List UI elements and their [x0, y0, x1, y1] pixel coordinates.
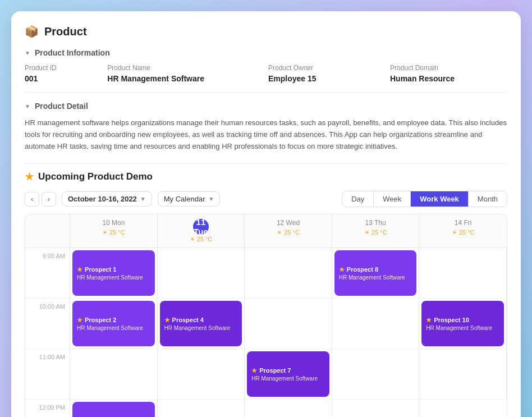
cell-tue-11am: [158, 349, 245, 400]
time-label-11am: 11:00 AM: [25, 349, 70, 400]
event-prospect-10[interactable]: ★ Prospect 10 HR Management Software: [421, 301, 504, 346]
event-prospect-8[interactable]: ★ Prospect 8 HR Management Software: [334, 250, 417, 296]
tab-month[interactable]: Month: [469, 191, 507, 207]
cell-thu-9am: ★ Prospect 8 HR Management Software: [332, 248, 420, 299]
product-name-cell: Product Name HR Management Software: [107, 64, 264, 83]
time-label-10am: 10:00 AM: [25, 299, 70, 349]
product-domain-cell: Product Domain Human Resource: [390, 64, 507, 83]
day-header-4: 14 Fri ☀ 25 °C: [419, 214, 507, 248]
cell-wed-11am: ★ Prospect 7 HR Management Software: [245, 349, 332, 400]
event-prospect-1[interactable]: ★ Prospect 1 HR Management Software: [72, 250, 155, 296]
cell-mon-11am: [70, 349, 158, 400]
day-header-0: 10 Mon ☀ 25 °C: [70, 214, 158, 248]
cell-thu-12pm: [332, 400, 420, 417]
upcoming-section-title: ★ Upcoming Product Demo: [25, 171, 507, 183]
star-icon: ★: [25, 171, 34, 183]
tab-week[interactable]: Week: [374, 191, 411, 207]
tab-day[interactable]: Day: [342, 191, 374, 207]
cal-dropdown-arrow: ▼: [208, 196, 214, 202]
chevron-icon: ▼: [25, 50, 30, 56]
event-prospect-3[interactable]: ★ Prospect 3 HR Management Software: [72, 402, 155, 417]
calendar-header-row: 10 Mon ☀ 25 °C 11 Tue ☀ 25 °C 12 Wed ☀ 2…: [25, 214, 507, 248]
view-tabs: Day Week Work Week Month: [342, 191, 507, 207]
calendar-selector[interactable]: My Calendar ▼: [158, 191, 221, 207]
cell-wed-10am: [245, 299, 332, 349]
divider: [25, 163, 507, 164]
event-prospect-7[interactable]: ★ Prospect 7 HR Management Software: [247, 351, 329, 397]
event-prospect-4[interactable]: ★ Prospect 4 HR Management Software: [160, 301, 242, 346]
cell-fri-12pm: [419, 400, 507, 417]
calendar-grid: 10 Mon ☀ 25 °C 11 Tue ☀ 25 °C 12 Wed ☀ 2…: [25, 214, 507, 417]
cell-fri-10am: ★ Prospect 10 HR Management Software: [419, 299, 507, 349]
prev-btn[interactable]: ‹: [25, 192, 39, 207]
cell-wed-9am: [245, 248, 332, 299]
cell-mon-10am: ★ Prospect 2 HR Management Software: [70, 299, 158, 349]
day-header-1: 11 Tue ☀ 25 °C: [158, 214, 245, 248]
time-header: [25, 214, 70, 248]
main-card: 📦 Product ▼ Product Information Product …: [11, 11, 521, 417]
cell-thu-10am: [332, 299, 420, 349]
day-header-3: 13 Thu ☀ 25 °C: [332, 214, 420, 248]
time-label-12pm: 12:00 PM: [25, 400, 70, 417]
nav-arrows: ‹ ›: [25, 192, 56, 207]
tab-workweek[interactable]: Work Week: [411, 191, 469, 207]
cell-mon-9am: ★ Prospect 1 HR Management Software: [70, 248, 158, 299]
day-header-2: 12 Wed ☀ 25 °C: [245, 214, 332, 248]
product-owner-cell: Product Owner Employee 15: [268, 64, 386, 83]
time-label-9am: 9:00 AM: [25, 248, 70, 299]
chevron-icon-2: ▼: [25, 103, 30, 109]
event-prospect-2[interactable]: ★ Prospect 2 HR Management Software: [72, 301, 155, 346]
page-title: 📦 Product: [25, 25, 507, 38]
calendar-body: 9:00 AM ★ Prospect 1 HR Management Softw…: [25, 248, 507, 417]
product-info-section-header[interactable]: ▼ Product Information: [25, 48, 507, 57]
product-id-cell: Product ID 001: [25, 64, 103, 83]
product-detail-section-header[interactable]: ▼ Product Detail: [25, 102, 507, 111]
cell-mon-12pm: ★ Prospect 3 HR Management Software: [70, 400, 158, 417]
cell-fri-11am: [419, 349, 507, 400]
cell-wed-12pm: [245, 400, 332, 417]
date-range-button[interactable]: October 10-16, 2022 ▼: [62, 191, 152, 207]
date-dropdown-arrow: ▼: [140, 196, 146, 202]
cell-tue-10am: ★ Prospect 4 HR Management Software: [158, 299, 245, 349]
product-info-grid: Product ID 001 Product Name HR Managemen…: [25, 64, 507, 93]
cell-tue-9am: [158, 248, 245, 299]
product-icon: 📦: [25, 25, 39, 38]
product-detail-text: HR management software helps organizatio…: [25, 117, 507, 152]
cell-fri-9am: [419, 248, 507, 299]
cell-tue-12pm: [158, 400, 245, 417]
calendar-toolbar: ‹ › October 10-16, 2022 ▼ My Calendar ▼ …: [25, 191, 507, 207]
cell-thu-11am: [332, 349, 420, 400]
next-btn[interactable]: ›: [42, 192, 56, 207]
product-detail-section: ▼ Product Detail HR management software …: [25, 102, 507, 152]
